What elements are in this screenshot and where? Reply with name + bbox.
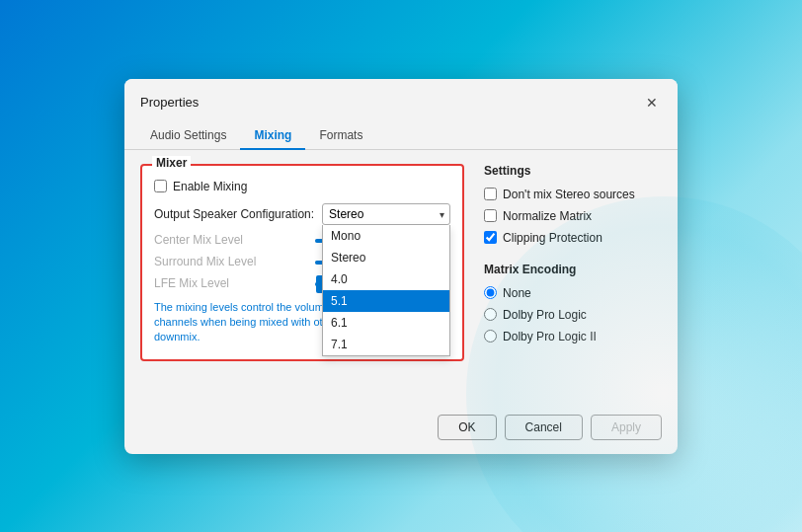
lfe-mix-label: LFE Mix Level [154,276,307,290]
encoding-none-radio[interactable] [484,286,497,299]
clipping-protection-checkbox[interactable] [484,231,497,244]
enable-mixing-row: Enable Mixing [154,180,450,193]
cancel-button[interactable]: Cancel [505,415,583,440]
clipping-protection-row: Clipping Protection [484,231,662,245]
dropdown-option-40[interactable]: 4.0 [323,268,449,290]
output-speaker-select[interactable]: Stereo [322,203,450,225]
encoding-none-row: None [484,286,662,300]
enable-mixing-checkbox[interactable] [154,180,167,192]
dont-mix-stereo-checkbox[interactable] [484,188,497,200]
encoding-dolby-label: Dolby Pro Logic [503,308,587,322]
output-speaker-row: Output Speaker Configuration: Stereo ▾ M… [154,203,450,225]
apply-button[interactable]: Apply [591,415,662,440]
output-speaker-label: Output Speaker Configuration: [154,207,314,221]
encoding-dolby-row: Dolby Pro Logic [484,308,662,322]
right-panel: Settings Don't mix Stereo sources Normal… [484,164,662,391]
dropdown-option-61[interactable]: 6.1 [323,312,449,334]
encoding-dolby2-radio[interactable] [484,330,497,342]
content-area: Mixer Enable Mixing Output Speaker Confi… [124,150,678,405]
encoding-dolby2-row: Dolby Pro Logic II [484,330,662,343]
dropdown-open-list: Mono Stereo 4.0 5.1 6.1 7.1 [322,225,450,356]
enable-mixing-label: Enable Mixing [173,180,247,193]
normalize-matrix-row: Normalize Matrix [484,209,662,223]
dont-mix-stereo-label: Don't mix Stereo sources [503,188,635,201]
clipping-protection-label: Clipping Protection [503,231,602,245]
output-speaker-dropdown-wrapper: Stereo ▾ Mono Stereo 4.0 5.1 6.1 7.1 [322,203,450,225]
close-button[interactable]: ✕ [638,89,666,116]
tab-bar: Audio Settings Mixing Formats [124,122,678,150]
surround-mix-label: Surround Mix Level [154,255,307,268]
title-bar: Properties ✕ [124,79,678,122]
dialog-title: Properties [140,95,199,110]
dropdown-option-51[interactable]: 5.1 [323,290,449,312]
matrix-encoding-title: Matrix Encoding [484,263,662,276]
encoding-dolby2-label: Dolby Pro Logic II [503,330,597,343]
left-panel: Mixer Enable Mixing Output Speaker Confi… [140,164,464,391]
footer: OK Cancel Apply [124,405,678,454]
dropdown-option-stereo[interactable]: Stereo [323,247,449,268]
normalize-matrix-label: Normalize Matrix [503,209,592,223]
settings-title: Settings [484,164,662,178]
tab-formats[interactable]: Formats [305,122,376,150]
center-mix-label: Center Mix Level [154,233,307,247]
dropdown-option-71[interactable]: 7.1 [323,334,449,355]
ok-button[interactable]: OK [438,415,496,440]
normalize-matrix-checkbox[interactable] [484,209,497,222]
encoding-dolby-radio[interactable] [484,308,497,321]
properties-dialog: Properties ✕ Audio Settings Mixing Forma… [124,79,678,454]
tab-audio-settings[interactable]: Audio Settings [136,122,240,150]
dont-mix-stereo-row: Don't mix Stereo sources [484,188,662,201]
tab-mixing[interactable]: Mixing [240,122,305,150]
mixer-group: Mixer Enable Mixing Output Speaker Confi… [140,164,464,361]
dropdown-option-mono[interactable]: Mono [323,225,449,247]
encoding-none-label: None [503,286,531,300]
mixer-group-label: Mixer [152,156,191,170]
